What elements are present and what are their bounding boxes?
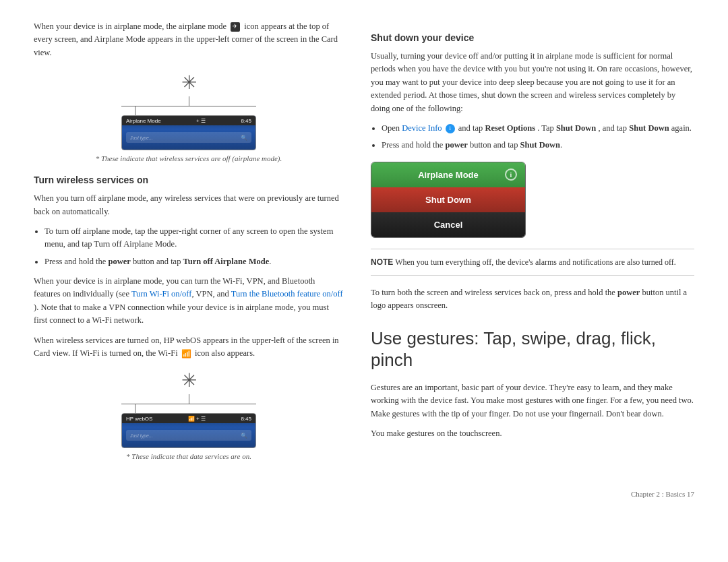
link-device-info[interactable]: Device Info: [402, 123, 442, 133]
mockup-wrapper-1: ✳ Airplane Mode + ☰ 8:45 J: [121, 71, 256, 150]
info-icon[interactable]: i: [505, 168, 517, 181]
device-placeholder-2: Just type...: [130, 433, 153, 438]
wifi-icon: 📶: [181, 348, 191, 361]
device-top-bar-label-1: Airplane Mode: [126, 118, 161, 124]
section1-body3: When wireless services are turned on, HP…: [34, 334, 344, 361]
vert-line-2: [189, 394, 189, 404]
link-wifi[interactable]: Turn Wi-Fi on/off: [131, 289, 192, 299]
bullet-item-2: Press and hold the power button and tap …: [44, 255, 344, 268]
note-box: NOTE When you turn everything off, the d…: [371, 249, 694, 276]
page-footer: Chapter 2 : Basics 17: [34, 486, 694, 498]
device-top-bar-label-2: HP webOS: [126, 416, 152, 422]
device-placeholder-1: Just type...: [130, 135, 153, 140]
asterisk-2: ✳: [181, 369, 197, 392]
shut-down-label: Shut Down: [425, 195, 471, 205]
shutdown-menu: Airplane Mode i Shut Down Cancel: [371, 162, 526, 238]
mockup-wrapper-2: ✳ HP webOS 📶 + ☰ 8:45 Jus: [121, 369, 256, 448]
device-screen-1: Airplane Mode + ☰ 8:45 Just type... 🔍: [121, 115, 256, 150]
note-label: NOTE: [371, 257, 393, 267]
device-mockup-2: ✳ HP webOS 📶 + ☰ 8:45 Jus: [34, 369, 344, 460]
section1-body: When you turn off airplane mode, any wir…: [34, 192, 344, 218]
page-layout: When your device is in airplane mode, th…: [34, 20, 694, 466]
device-body-2: Just type... 🔍: [122, 423, 255, 447]
device-mockup-1: ✳ Airplane Mode + ☰ 8:45 J: [34, 71, 344, 162]
device-caption-2: * These indicate that data services are …: [126, 452, 251, 460]
bullet-item-a: Open Device Info i and tap Reset Options…: [382, 122, 694, 135]
gestures-body2: You make gestures on the touchscreen.: [371, 427, 694, 440]
device-search-icon-2: 🔍: [241, 433, 247, 439]
gestures-body1: Gestures are an important, basic part of…: [371, 381, 694, 420]
section2-heading: Shut down your device: [371, 32, 694, 43]
bullet-item-1: To turn off airplane mode, tap the upper…: [44, 225, 344, 251]
menu-item-airplane[interactable]: Airplane Mode i: [371, 162, 525, 187]
airplane-mode-label: Airplane Mode: [418, 170, 479, 180]
airplane-icon: ✈: [231, 22, 240, 32]
device-top-bar-2: HP webOS 📶 + ☰ 8:45: [122, 414, 255, 423]
device-search-icon-1: 🔍: [241, 135, 247, 141]
right-column: Shut down your device Usually, turning y…: [371, 20, 694, 466]
bullet-list-1: To turn off airplane mode, tap the upper…: [34, 225, 344, 268]
link-bluetooth[interactable]: Turn the Bluetooth feature on/off: [231, 289, 343, 299]
device-body-1: Just type... 🔍: [122, 125, 255, 150]
bullet-item-b: Press and hold the power button and tap …: [382, 139, 694, 152]
menu-item-shutdown[interactable]: Shut Down: [371, 187, 525, 212]
body-after-note: To turn both the screen and wireless ser…: [371, 286, 694, 313]
bullet-list-2: Open Device Info i and tap Reset Options…: [371, 122, 694, 152]
major-heading: Use gestures: Tap, swipe, drag, flick, p…: [371, 328, 694, 370]
device-screen-2: HP webOS 📶 + ☰ 8:45 Just type... 🔍: [121, 413, 256, 448]
vert-line-1: [189, 96, 189, 106]
section1-heading: Turn wireless services on: [34, 175, 344, 185]
device-info-icon: i: [446, 124, 455, 133]
device-top-bar-1: Airplane Mode + ☰ 8:45: [122, 116, 255, 125]
device-time-2: 8:45: [241, 416, 251, 422]
intro-paragraph: When your device is in airplane mode, th…: [34, 20, 344, 59]
cancel-label: Cancel: [434, 220, 463, 230]
section1-body2: When your device is in airplane mode, yo…: [34, 275, 344, 327]
section2-body: Usually, turning your device off and/or …: [371, 50, 694, 115]
note-text: When you turn everything off, the device…: [395, 257, 676, 267]
device-time-1: 8:45: [241, 118, 251, 124]
device-caption-1: * These indicate that wireless services …: [96, 154, 282, 162]
device-type-bar-1: Just type... 🔍: [126, 132, 251, 143]
menu-item-cancel[interactable]: Cancel: [371, 212, 525, 237]
footer-text: Chapter 2 : Basics 17: [631, 490, 694, 498]
asterisk-1: ✳: [181, 71, 197, 94]
left-column: When your device is in airplane mode, th…: [34, 20, 344, 466]
intro-text: When your device is in airplane mode, th…: [34, 22, 226, 31]
device-type-bar-2: Just type... 🔍: [126, 430, 251, 441]
